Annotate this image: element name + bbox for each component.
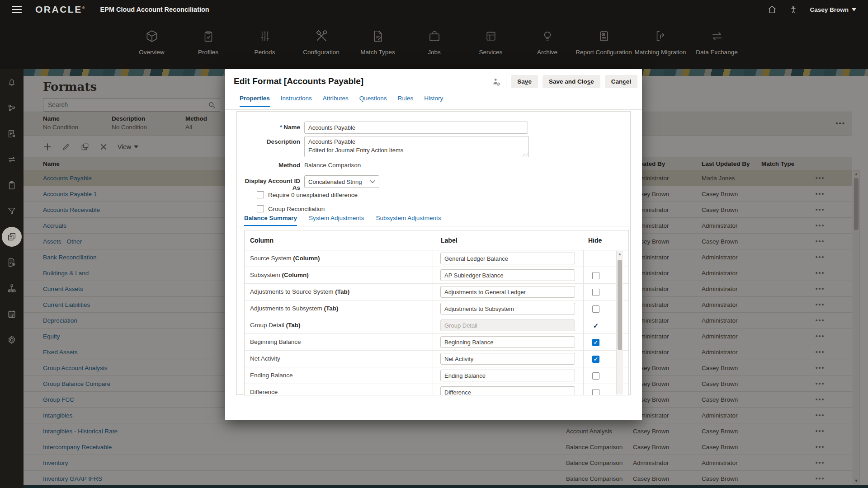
nav-services[interactable]: Services (462, 19, 519, 56)
hide-checkbox[interactable] (592, 372, 599, 380)
grid-header: Column Label Hide (245, 230, 628, 250)
nav-archive[interactable]: Archive (519, 19, 576, 56)
accessibility-user-icon[interactable] (789, 5, 798, 14)
label-input[interactable] (440, 336, 575, 348)
sidebar-item-calendar[interactable] (0, 301, 24, 327)
group-reconciliation-checkbox[interactable] (257, 205, 264, 212)
hide-checkbox[interactable] (592, 305, 599, 313)
sidebar-item-formats[interactable] (0, 224, 24, 249)
dialog-tabs: Properties Instructions Attributes Quest… (240, 95, 443, 107)
label-input[interactable] (440, 353, 575, 365)
user-access-icon[interactable] (491, 77, 501, 87)
sidebar-item-filter[interactable] (0, 198, 24, 224)
sidebar-item-hierarchy[interactable] (0, 275, 24, 301)
grid-row: Adjustments to Subsystem (Tab) (245, 300, 628, 317)
funnel-icon (2, 201, 22, 221)
document-eye-icon (2, 253, 22, 272)
label-input[interactable] (440, 386, 575, 395)
resize-handle-icon[interactable]: ⟋⟋ (522, 153, 528, 158)
format-name-input[interactable] (304, 122, 528, 134)
description-textarea[interactable]: Accounts Payable Edited for Journal Entr… (304, 136, 529, 157)
hide-checkbox[interactable]: ✓ (592, 356, 599, 363)
require-zero-checkbox[interactable] (257, 191, 264, 198)
nav-profiles[interactable]: Profiles (180, 19, 236, 56)
nav-overview[interactable]: Overview (123, 19, 180, 56)
divider (506, 76, 506, 88)
grid-row: Difference (245, 384, 628, 395)
subtab-subsystem-adjustments[interactable]: Subsystem Adjustments (376, 215, 441, 226)
cancel-button[interactable]: Cancel (605, 75, 637, 88)
label-input[interactable] (440, 253, 575, 264)
grid-column-name: Ending Balance (250, 372, 293, 379)
briefcase-icon (406, 26, 462, 46)
save-button[interactable]: Save (511, 75, 538, 88)
grid-scrollbar[interactable]: ▲ (616, 251, 623, 394)
sidebar-item-document-settings[interactable] (0, 121, 24, 146)
user-menu[interactable]: Casey Brown (810, 6, 856, 13)
divider (225, 109, 642, 110)
sliders-icon (236, 26, 293, 46)
nav-periods[interactable]: Periods (236, 19, 293, 56)
hide-cell: ✓ (583, 351, 609, 367)
hide-checkbox[interactable] (592, 389, 599, 396)
chevron-down-icon (370, 180, 375, 183)
grid-row: Adjustments to Source System (Tab) (245, 284, 628, 300)
display-account-id-label: Display Account ID As (237, 175, 300, 191)
label-input[interactable] (440, 370, 575, 381)
grid-label-header: Label (441, 237, 458, 244)
hide-cell (583, 300, 609, 317)
tab-instructions[interactable]: Instructions (281, 95, 312, 107)
label-input[interactable] (440, 269, 575, 281)
tab-properties[interactable]: Properties (240, 95, 270, 107)
scrollbar-thumb[interactable] (618, 260, 622, 350)
menu-icon[interactable] (12, 6, 22, 13)
hide-cell (583, 250, 609, 267)
hide-checkbox[interactable] (592, 289, 599, 296)
hide-checkbox[interactable] (592, 272, 599, 279)
grid-row: Beginning Balance✓ (245, 334, 628, 351)
description-label: Description (237, 136, 300, 145)
grid-column-name: Adjustments to Subsystem (Tab) (250, 305, 339, 312)
divider (237, 226, 630, 226)
grid-row: Ending Balance (245, 367, 628, 384)
nav-configuration[interactable]: Configuration (293, 19, 349, 56)
label-input[interactable] (440, 286, 575, 298)
label-input[interactable] (440, 303, 575, 314)
tab-history[interactable]: History (424, 95, 443, 107)
sidebar-item-settings[interactable] (0, 327, 24, 352)
nav-report-configuration[interactable]: Report Configuration (576, 19, 632, 56)
nav-matching-migration[interactable]: Matching Migration (632, 19, 689, 56)
sidebar-item-workflow[interactable] (0, 95, 24, 121)
home-icon[interactable] (767, 5, 777, 14)
tab-questions[interactable]: Questions (359, 95, 387, 107)
grid-column-suffix: (Tab) (324, 305, 339, 312)
hide-checkbox[interactable]: ✓ (592, 339, 599, 346)
balance-summary-grid: Column Label Hide Source System (Column)… (244, 230, 629, 395)
grid-column-suffix: (Column) (293, 255, 320, 262)
sidebar-item-report-view[interactable] (0, 249, 24, 275)
balance-subtabs: Balance Summary System Adjustments Subsy… (244, 215, 441, 226)
scroll-up-icon[interactable]: ▲ (617, 252, 623, 256)
tools-icon (293, 26, 349, 46)
hide-cell (583, 384, 609, 395)
method-value: Balance Comparison (304, 160, 361, 169)
sidebar-item-profiles[interactable] (0, 172, 24, 198)
nav-jobs[interactable]: Jobs (406, 19, 462, 56)
oracle-logo: ORACLE® (35, 4, 85, 15)
hide-cell (583, 367, 609, 384)
subtab-balance-summary[interactable]: Balance Summary (244, 215, 297, 226)
sidebar-item-notifications[interactable] (0, 69, 24, 95)
sidebar-item-exchange[interactable] (0, 146, 24, 172)
subtab-system-adjustments[interactable]: System Adjustments (309, 215, 364, 226)
label-input[interactable] (440, 319, 575, 331)
name-label: *Name (237, 122, 300, 131)
nav-data-exchange[interactable]: Data Exchange (689, 19, 745, 56)
display-account-id-select[interactable]: Concatenated String (304, 175, 379, 188)
nav-match-types[interactable]: Match Types (349, 19, 406, 56)
save-and-close-button[interactable]: Save and Close (542, 75, 600, 88)
report-clock-icon (576, 26, 632, 46)
tab-rules[interactable]: Rules (398, 95, 414, 107)
hide-cell (583, 284, 609, 300)
properties-panel: *Name Description Accounts Payable Edite… (236, 111, 631, 395)
tab-attributes[interactable]: Attributes (323, 95, 349, 107)
